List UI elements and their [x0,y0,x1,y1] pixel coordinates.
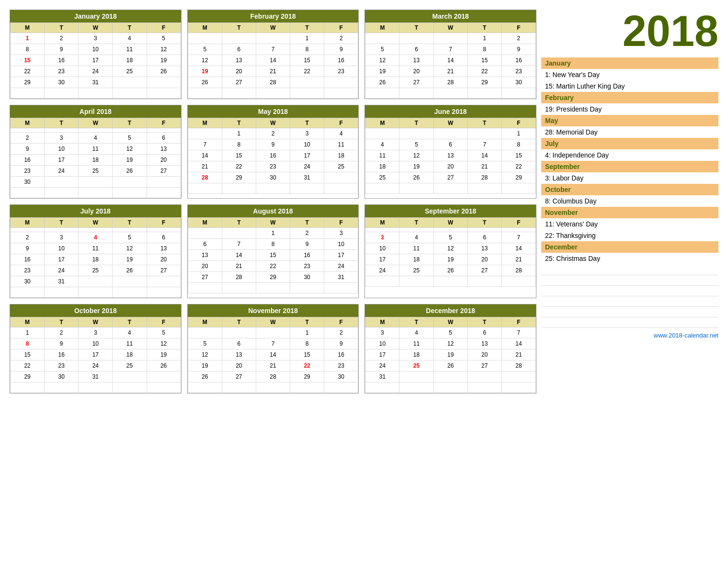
calendar-day: 15 [501,150,535,161]
calendar-day: 25 [79,265,113,276]
calendar-day: 14 [256,55,290,66]
calendar-day: 30 [324,371,358,382]
day-header: M [11,118,45,128]
calendar-day: 8 [256,239,290,250]
calendar-day: 7 [256,44,290,55]
day-header: T [222,23,256,33]
calendar-day: 7 [467,139,501,150]
calendar-day: 17 [79,55,113,66]
empty-cell [11,287,45,298]
holiday-item: 11: Veterans' Day [541,218,718,230]
sidebar: 2018 January1: New Year's Day15: Martin … [541,10,718,393]
main-layout: January 2018MTWTF12345891011121516171819… [10,10,718,393]
calendar-day: 22 [11,360,45,371]
calendar-day [467,228,501,232]
calendar-day: 2 [11,133,45,144]
day-header: T [290,118,324,128]
day-header: M [365,218,399,228]
calendar-day: 5 [399,139,433,150]
calendar-day: 19 [433,254,467,265]
calendar-day: 18 [79,254,113,265]
calendar-day: 4 [79,232,113,243]
calendar-day: 1 [11,33,45,44]
empty-cell [45,188,79,198]
calendar-day: 22 [290,360,324,371]
calendar-day: 11 [365,150,399,161]
calendar-day: 18 [79,155,113,166]
calendar-day [113,228,147,232]
empty-cell [147,287,181,298]
empty-cell [433,276,467,287]
day-header: W [79,23,113,33]
empty-cell [324,88,358,99]
calendar-block: December 2018MTWTF3456710111213141718192… [364,304,536,393]
calendar-month-header: August 2018 [188,205,359,217]
empty-cell [222,88,256,99]
holiday-item: 8: Columbus Day [541,195,718,207]
calendar-day: 13 [222,55,256,66]
holiday-item: 4: Independence Day [541,149,718,161]
calendar-day: 16 [324,349,358,360]
calendar-day: 29 [467,77,501,88]
day-header: T [467,118,501,128]
calendar-day: 13 [188,250,222,261]
day-header: T [399,218,433,228]
empty-cell [324,283,358,293]
day-header: F [501,118,535,128]
calendar-day: 9 [11,243,45,254]
calendar-month-header: September 2018 [365,205,536,217]
day-header: T [113,218,147,228]
day-header: F [324,317,358,327]
calendar-day: 23 [324,360,358,371]
calendar-day: 15 [256,250,290,261]
calendar-day: 11 [324,139,358,150]
calendar-day: 20 [467,254,501,265]
holiday-month-header: May [541,115,718,126]
calendar-day: 28 [256,371,290,382]
calendar-day: 12 [188,55,222,66]
calendar-day [147,371,181,382]
empty-cell [113,188,147,198]
calendar-day: 21 [501,254,535,265]
calendar-block: July 2018MTWTF23456910111213161718192023… [10,204,182,298]
calendar-block: January 2018MTWTF12345891011121516171819… [10,10,182,99]
calendar-day: 18 [399,254,433,265]
empty-cell [79,88,113,99]
calendar-day [433,371,467,382]
calendar-day: 23 [256,161,290,172]
day-header: W [433,218,467,228]
calendar-day: 23 [45,66,79,77]
calendar-day [222,327,256,338]
calendar-day [365,33,399,44]
calendar-day [399,228,433,232]
day-header: M [11,23,45,33]
day-header: W [433,118,467,128]
day-header: W [256,317,290,327]
day-header: M [11,218,45,228]
calendar-day: 16 [11,155,45,166]
calendar-day: 9 [324,44,358,55]
calendar-day: 14 [501,338,535,349]
calendar-day [324,172,358,183]
day-header: M [188,23,222,33]
calendar-day: 8 [222,139,256,150]
day-header: W [256,118,290,128]
empty-cell [45,287,79,298]
empty-cell [501,88,535,99]
empty-cell [501,276,535,287]
calendar-day: 10 [45,243,79,254]
calendar-table: MTWTF12367891013141516172021222324272829… [188,217,359,293]
calendar-day: 5 [433,232,467,243]
calendar-day: 7 [222,239,256,250]
calendar-day: 26 [147,66,181,77]
calendar-day: 24 [45,265,79,276]
calendar-table: MTWTF12567891213141516192021222326272829… [188,317,359,393]
calendar-day: 19 [188,66,222,77]
calendar-day: 29 [222,172,256,183]
calendar-day: 11 [399,338,433,349]
calendar-month-header: January 2018 [10,10,181,22]
calendar-month-header: May 2018 [188,105,359,118]
calendar-day: 18 [113,349,147,360]
calendar-block: February 2018MTWTF1256789121314151619202… [187,10,359,99]
calendar-day: 11 [79,144,113,155]
